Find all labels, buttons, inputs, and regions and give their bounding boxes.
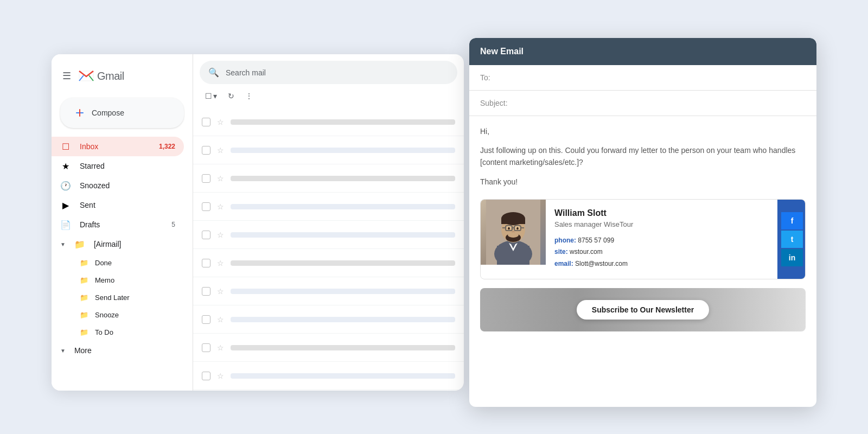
email-checkbox[interactable] bbox=[202, 343, 210, 352]
email-preview-bar bbox=[231, 289, 455, 294]
sidebar-item-memo[interactable]: 📁 Memo bbox=[52, 271, 193, 289]
email-value: Slott@wstour.com bbox=[575, 260, 628, 267]
to-label: To: bbox=[480, 73, 490, 82]
body-greeting: Hi, bbox=[480, 127, 806, 136]
email-preview-bar bbox=[231, 232, 455, 238]
drafts-icon: 📄 bbox=[60, 220, 71, 230]
email-checkbox[interactable] bbox=[202, 315, 210, 324]
star-icon[interactable]: ☆ bbox=[217, 287, 224, 296]
facebook-button[interactable]: f bbox=[781, 212, 803, 229]
sent-icon: ▶ bbox=[60, 200, 71, 210]
sidebar-item-done[interactable]: 📁 Done bbox=[52, 254, 193, 271]
new-email-dialog: New Email To: Subject: Hi, Just followin… bbox=[469, 38, 816, 407]
star-icon[interactable]: ☆ bbox=[217, 118, 224, 126]
table-row[interactable]: ☆ bbox=[193, 221, 464, 249]
subscribe-button[interactable]: Subscribe to Our Newsletter bbox=[577, 300, 709, 320]
send-later-label: Send Later bbox=[95, 293, 130, 302]
done-folder-icon: 📁 bbox=[80, 259, 88, 267]
sidebar-item-send-later[interactable]: 📁 Send Later bbox=[52, 289, 193, 306]
sidebar-item-snooze[interactable]: 📁 Snooze bbox=[52, 306, 193, 323]
dialog-title: New Email bbox=[480, 47, 524, 56]
star-icon[interactable]: ☆ bbox=[217, 343, 224, 352]
table-row[interactable]: ☆ bbox=[193, 164, 464, 193]
signature-contact: phone: 8755 57 099 site: wstour.com emai… bbox=[554, 235, 769, 270]
star-icon[interactable]: ☆ bbox=[217, 202, 224, 211]
todo-label: To Do bbox=[95, 328, 113, 336]
starred-label: Starred bbox=[80, 162, 175, 170]
airmail-folder-icon: 📁 bbox=[74, 239, 85, 250]
more-label: More bbox=[74, 346, 92, 355]
linkedin-button[interactable]: in bbox=[781, 249, 803, 266]
twitter-button[interactable]: t bbox=[781, 231, 803, 248]
svg-point-22 bbox=[508, 232, 519, 238]
table-row[interactable]: ☆ bbox=[193, 249, 464, 277]
body-text: Just following up on this. Could you for… bbox=[480, 144, 806, 169]
table-row[interactable]: ☆ bbox=[193, 277, 464, 305]
svg-point-13 bbox=[508, 227, 510, 229]
table-row[interactable]: ☆ bbox=[193, 362, 464, 390]
refresh-button[interactable]: ↻ bbox=[225, 88, 238, 104]
email-label: email: bbox=[554, 260, 573, 267]
star-icon[interactable]: ☆ bbox=[217, 259, 224, 267]
sidebar-item-sent[interactable]: ▶ Sent bbox=[52, 195, 184, 215]
star-icon[interactable]: ☆ bbox=[217, 315, 224, 324]
snoozed-icon: 🕐 bbox=[60, 181, 71, 191]
email-checkbox[interactable] bbox=[202, 259, 210, 267]
sidebar-item-todo[interactable]: 📁 To Do bbox=[52, 323, 193, 341]
sent-label: Sent bbox=[80, 201, 175, 209]
star-icon[interactable]: ☆ bbox=[217, 372, 224, 380]
table-row[interactable]: ☆ bbox=[193, 334, 464, 362]
email-list: ☆ ☆ ☆ ☆ ☆ bbox=[193, 108, 464, 391]
to-field[interactable]: To: bbox=[469, 65, 816, 91]
compose-label: Compose bbox=[92, 108, 124, 117]
email-preview-bar bbox=[231, 317, 455, 322]
memo-folder-icon: 📁 bbox=[80, 276, 88, 284]
compose-plus-icon bbox=[73, 106, 86, 119]
svg-point-14 bbox=[516, 227, 519, 229]
email-preview-bar bbox=[231, 148, 455, 153]
email-checkbox[interactable] bbox=[202, 146, 210, 155]
sidebar-item-starred[interactable]: ★ Starred bbox=[52, 156, 184, 176]
select-all-button[interactable]: ☐ ▾ bbox=[202, 88, 220, 104]
signature-site: site: wstour.com bbox=[554, 246, 769, 258]
hamburger-icon[interactable]: ☰ bbox=[60, 68, 73, 84]
email-checkbox[interactable] bbox=[202, 372, 210, 380]
table-row[interactable]: ☆ bbox=[193, 193, 464, 221]
sidebar-item-snoozed[interactable]: 🕐 Snoozed bbox=[52, 176, 184, 195]
email-checkbox[interactable] bbox=[202, 202, 210, 211]
sidebar-item-drafts[interactable]: 📄 Drafts 5 bbox=[52, 215, 184, 234]
sidebar-item-inbox[interactable]: ☐ Inbox 1,322 bbox=[52, 137, 184, 156]
newsletter-banner: Subscribe to Our Newsletter bbox=[480, 288, 806, 331]
inbox-label: Inbox bbox=[80, 142, 150, 151]
email-checkbox[interactable] bbox=[202, 118, 210, 126]
compose-button[interactable]: Compose bbox=[60, 98, 184, 128]
table-row[interactable]: ☆ bbox=[193, 305, 464, 334]
search-bar[interactable]: 🔍 Search mail bbox=[200, 61, 457, 84]
email-preview-bar bbox=[231, 345, 455, 350]
table-row[interactable]: ☆ bbox=[193, 136, 464, 164]
sidebar-item-more[interactable]: ▼ More bbox=[52, 341, 193, 360]
star-icon[interactable]: ☆ bbox=[217, 231, 224, 239]
email-checkbox[interactable] bbox=[202, 231, 210, 239]
email-toolbar: ☐ ▾ ↻ ⋮ bbox=[193, 84, 464, 108]
star-icon[interactable]: ☆ bbox=[217, 174, 224, 183]
airmail-folder-header[interactable]: ▼ 📁 [Airmail] bbox=[52, 234, 193, 254]
inbox-count: 1,322 bbox=[159, 143, 175, 150]
signature-info: William Slott Sales manager WiseTour pho… bbox=[546, 200, 777, 279]
more-options-button[interactable]: ⋮ bbox=[242, 88, 256, 104]
signature-email: email: Slott@wstour.com bbox=[554, 258, 769, 270]
site-label: site: bbox=[554, 248, 568, 256]
starred-icon: ★ bbox=[60, 161, 71, 171]
sidebar-header: ☰ Gmail bbox=[52, 63, 193, 93]
gmail-m-icon bbox=[78, 67, 95, 85]
done-label: Done bbox=[95, 259, 112, 267]
email-checkbox[interactable] bbox=[202, 287, 210, 296]
airmail-collapse-icon: ▼ bbox=[60, 241, 66, 247]
table-row[interactable]: ☆ bbox=[193, 108, 464, 136]
more-collapse-icon: ▼ bbox=[60, 348, 66, 354]
subject-field[interactable]: Subject: bbox=[469, 91, 816, 116]
star-icon[interactable]: ☆ bbox=[217, 146, 224, 155]
svg-rect-10 bbox=[501, 219, 525, 224]
email-checkbox[interactable] bbox=[202, 174, 210, 183]
gmail-sidebar: ☰ Gmail bbox=[52, 54, 193, 391]
